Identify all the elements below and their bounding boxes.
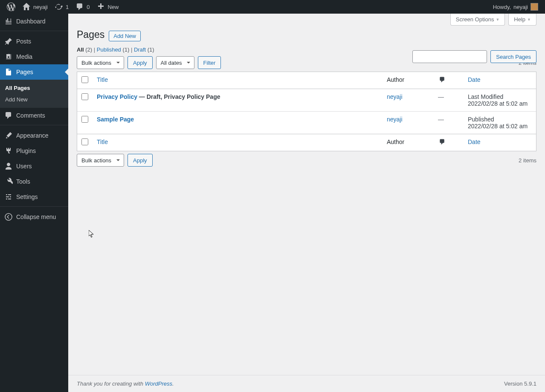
menu-posts[interactable]: Posts: [0, 34, 68, 49]
admin-sidebar: Dashboard Posts Media Pages All Pages Ad…: [0, 14, 68, 392]
apply-button[interactable]: Apply: [128, 56, 153, 69]
site-name[interactable]: neyaji: [19, 0, 51, 14]
author-footer[interactable]: Author: [383, 134, 434, 151]
bulk-actions-select[interactable]: Bulk actions: [77, 154, 124, 167]
menu-label: Collapse menu: [16, 213, 56, 220]
user-icon: [4, 162, 13, 170]
submenu-pages: All Pages Add New: [0, 80, 68, 108]
menu-media[interactable]: Media: [0, 49, 68, 64]
menu-pages[interactable]: Pages: [0, 64, 68, 80]
comment-icon: [75, 3, 84, 11]
select-all-checkbox[interactable]: [81, 138, 88, 145]
author-header[interactable]: Author: [383, 72, 434, 89]
menu-plugins[interactable]: Plugins: [0, 143, 68, 159]
menu-tools[interactable]: Tools: [0, 174, 68, 189]
menu-separator: [0, 205, 68, 207]
plug-icon: [4, 147, 13, 155]
search-button[interactable]: Search Pages: [490, 50, 536, 63]
howdy-user: neyaji: [513, 4, 528, 10]
date-header[interactable]: Date: [464, 72, 536, 89]
help-button[interactable]: Help: [508, 14, 536, 26]
menu-label: Comments: [16, 112, 45, 119]
row-checkbox[interactable]: [81, 116, 88, 123]
update-icon: [55, 3, 63, 11]
filter-all[interactable]: All: [77, 46, 84, 53]
menu-settings[interactable]: Settings: [0, 189, 68, 205]
new-label: New: [107, 4, 119, 10]
pin-icon: [4, 37, 13, 46]
footer-version: Version 5.9.1: [504, 380, 536, 387]
collapse-icon: [4, 213, 13, 221]
my-account[interactable]: Howdy, neyaji: [490, 0, 542, 14]
filter-all-count: (2): [85, 46, 92, 53]
comments-icon: [4, 111, 13, 120]
date-filter-select[interactable]: All dates: [156, 56, 194, 69]
updates[interactable]: 1: [51, 0, 72, 14]
row-title-link[interactable]: Privacy Policy: [97, 93, 137, 100]
updates-count: 1: [66, 4, 69, 10]
row-title-link[interactable]: Sample Page: [97, 116, 134, 123]
site-name-text: neyaji: [33, 4, 48, 10]
submenu-all-pages[interactable]: All Pages: [0, 82, 68, 94]
menu-label: Pages: [16, 69, 33, 75]
menu-label: Users: [16, 163, 32, 170]
select-all-checkbox[interactable]: [81, 76, 88, 83]
wordpress-icon: [7, 3, 15, 11]
add-new-button[interactable]: Add New: [109, 31, 141, 41]
comments[interactable]: 0: [72, 0, 93, 14]
menu-collapse[interactable]: Collapse menu: [0, 209, 68, 225]
comments-footer[interactable]: [434, 134, 464, 151]
title-header[interactable]: Title: [93, 72, 383, 89]
howdy-prefix: Howdy,: [493, 4, 511, 10]
menu-label: Posts: [16, 38, 31, 45]
author-link[interactable]: neyaji: [387, 93, 403, 100]
comments-value: —: [438, 93, 444, 100]
row-checkbox[interactable]: [81, 93, 88, 100]
menu-label: Settings: [16, 193, 38, 200]
sliders-icon: [4, 193, 13, 201]
wp-logo[interactable]: [3, 0, 19, 14]
wordpress-link[interactable]: WordPress: [145, 380, 172, 387]
filter-published-count: (1): [122, 46, 129, 53]
filter-button[interactable]: Filter: [198, 56, 221, 69]
items-count: 2 items: [519, 157, 536, 164]
menu-dashboard[interactable]: Dashboard: [0, 14, 68, 29]
menu-label: Dashboard: [16, 18, 46, 25]
select-all-header: [77, 72, 93, 89]
title-footer[interactable]: Title: [93, 134, 383, 151]
content: Screen Options Help Pages Add New Search…: [68, 14, 545, 392]
table-row: Privacy Policy — Draft, Privacy Policy P…: [77, 89, 536, 112]
screen-options-button[interactable]: Screen Options: [450, 14, 505, 26]
menu-separator: [0, 123, 68, 125]
filter-draft-count: (1): [148, 46, 154, 53]
date-value: 2022/02/28 at 5:02 am: [468, 123, 528, 130]
page-title: Pages: [77, 29, 104, 40]
date-footer[interactable]: Date: [464, 134, 536, 151]
filter-draft[interactable]: Draft: [134, 46, 146, 53]
menu-label: Plugins: [16, 147, 36, 154]
dashboard-icon: [4, 17, 13, 26]
menu-users[interactable]: Users: [0, 159, 68, 174]
bulk-actions-select[interactable]: Bulk actions: [77, 56, 124, 69]
menu-separator: [0, 29, 68, 31]
tablenav-actions: Bulk actions Apply All dates Filter: [77, 56, 221, 69]
filter-published[interactable]: Published: [97, 46, 121, 53]
post-state: — Draft, Privacy Policy Page: [137, 93, 220, 100]
menu-comments[interactable]: Comments: [0, 108, 68, 123]
plus-icon: [96, 3, 105, 11]
comment-icon: [438, 138, 446, 145]
table-row: Sample Page neyaji — Published2022/02/28…: [77, 112, 536, 134]
date-status: Published: [468, 116, 494, 123]
wrap: Pages Add New Search Pages All (2) | Pub…: [68, 26, 545, 375]
page-icon: [4, 68, 13, 76]
search-input[interactable]: [412, 50, 487, 63]
brush-icon: [4, 131, 13, 140]
author-link[interactable]: neyaji: [387, 116, 403, 123]
date-status: Last Modified: [468, 93, 503, 100]
admin-bar-left: neyaji 1 0 New: [3, 0, 122, 14]
menu-appearance[interactable]: Appearance: [0, 128, 68, 143]
submenu-add-new[interactable]: Add New: [0, 94, 68, 105]
apply-button[interactable]: Apply: [128, 154, 153, 167]
new-content[interactable]: New: [93, 0, 122, 14]
comments-header[interactable]: [434, 72, 464, 89]
